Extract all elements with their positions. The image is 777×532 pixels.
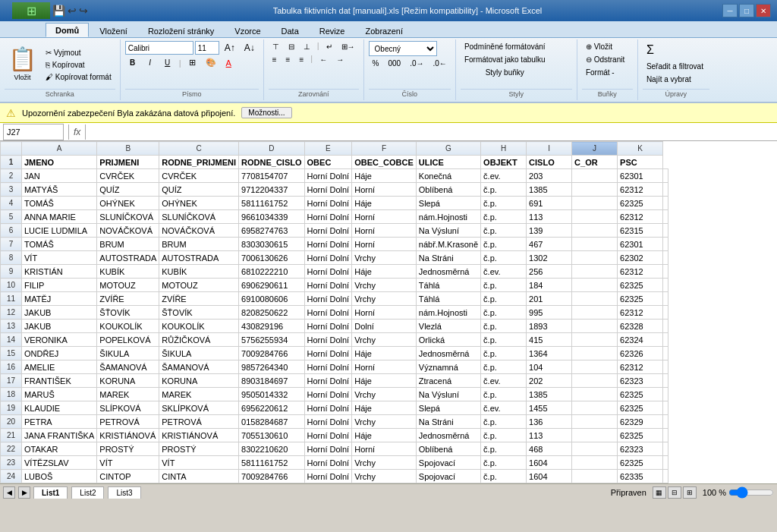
cell[interactable]: 5756255934: [239, 333, 304, 347]
cell[interactable]: KRISTIÁNOVÁ: [97, 429, 159, 442]
cell[interactable]: ONDŘEJ: [22, 347, 97, 360]
cell[interactable]: 1385: [527, 388, 572, 401]
cell[interactable]: MAREK: [97, 388, 159, 401]
cell[interactable]: [572, 197, 618, 210]
cell[interactable]: PETRA: [22, 415, 97, 429]
merge-btn[interactable]: ⊞→: [338, 41, 359, 52]
cell[interactable]: 256: [527, 265, 572, 279]
cell[interactable]: Horní Dolní: [304, 470, 352, 483]
cell[interactable]: 1455: [527, 401, 572, 415]
cell[interactable]: č.p.: [481, 333, 527, 347]
cell[interactable]: č.p.: [481, 347, 527, 360]
cell[interactable]: NOVÁČKOVÁ: [159, 224, 239, 238]
page-layout-btn[interactable]: ⊟: [668, 486, 681, 499]
cell[interactable]: [572, 374, 618, 388]
cell[interactable]: [663, 456, 668, 470]
cell[interactable]: 5811161752: [239, 456, 304, 470]
increase-decimal-btn[interactable]: .0→: [406, 58, 427, 69]
cell[interactable]: 1364: [527, 347, 572, 360]
border-button[interactable]: ⊞: [185, 56, 200, 69]
cell[interactable]: VÍT: [22, 251, 97, 265]
format-painter-button[interactable]: 🖌 Kopírovat formát: [42, 71, 115, 83]
cell[interactable]: [663, 360, 668, 374]
cell[interactable]: Vrchy: [352, 292, 417, 306]
cell[interactable]: [572, 415, 618, 429]
cell[interactable]: Spojovací: [416, 456, 480, 470]
cell[interactable]: [663, 265, 668, 279]
redo-quick-btn[interactable]: ↪: [79, 5, 88, 17]
sheet-tab-list3[interactable]: List3: [108, 486, 140, 499]
cell[interactable]: 7009284766: [239, 347, 304, 360]
cell[interactable]: AMELIE: [22, 360, 97, 374]
cell[interactable]: Horní Dolní: [304, 456, 352, 470]
cell[interactable]: Háje: [352, 429, 417, 442]
cell[interactable]: Horní Dolní: [304, 442, 352, 456]
cell[interactable]: 8302210620: [239, 442, 304, 456]
cell[interactable]: 62312: [618, 306, 663, 320]
cell[interactable]: BRUM: [159, 238, 239, 251]
font-name-input[interactable]: [125, 41, 193, 55]
cell[interactable]: [572, 224, 618, 238]
cell[interactable]: [572, 251, 618, 265]
align-top-btn[interactable]: ⊤: [269, 41, 283, 52]
cell[interactable]: Táhlá: [416, 279, 480, 292]
cell[interactable]: 7055130610: [239, 429, 304, 442]
cell[interactable]: MARUŠ: [22, 388, 97, 401]
cell[interactable]: 184: [527, 279, 572, 292]
cell[interactable]: RODNE_PRIJMENI: [159, 156, 239, 169]
cell-styles-btn[interactable]: Styly buňky: [482, 67, 528, 78]
close-button[interactable]: ✕: [756, 4, 771, 17]
cell[interactable]: č.p.: [481, 279, 527, 292]
cell[interactable]: [572, 292, 618, 306]
tab-vzorce[interactable]: Vzorce: [225, 24, 270, 37]
cell[interactable]: TOMÁŠ: [22, 238, 97, 251]
cell[interactable]: [663, 429, 668, 442]
cell[interactable]: [663, 279, 668, 292]
cell[interactable]: KOUKOLÍK: [97, 320, 159, 333]
cell[interactable]: Dolní: [352, 320, 417, 333]
bold-button[interactable]: B: [125, 57, 140, 68]
cell[interactable]: Na Výsluní: [416, 388, 480, 401]
cell[interactable]: Horní: [352, 360, 417, 374]
cell[interactable]: 62325: [618, 197, 663, 210]
cell[interactable]: Horní Dolní: [304, 429, 352, 442]
cell[interactable]: [572, 388, 618, 401]
cell[interactable]: Háje: [352, 197, 417, 210]
cell[interactable]: Horní Dolní: [304, 415, 352, 429]
cell[interactable]: [572, 279, 618, 292]
cell[interactable]: Horní Dolní: [304, 238, 352, 251]
cell[interactable]: [663, 347, 668, 360]
cell[interactable]: 467: [527, 238, 572, 251]
cell[interactable]: [572, 306, 618, 320]
save-quick-btn[interactable]: 💾: [52, 5, 65, 17]
cell[interactable]: ZVÍŘE: [159, 292, 239, 306]
cell[interactable]: Na Stráni: [416, 415, 480, 429]
align-right-btn[interactable]: ≡: [295, 54, 307, 65]
cell[interactable]: [663, 442, 668, 456]
sheet-tab-list1[interactable]: List1: [33, 486, 68, 499]
cell[interactable]: SKLÍPKOVÁ: [159, 401, 239, 415]
cell[interactable]: 104: [527, 360, 572, 374]
align-center-btn[interactable]: ≡: [282, 54, 294, 65]
col-header-b[interactable]: B: [97, 142, 159, 156]
cell[interactable]: MOTOUZ: [97, 279, 159, 292]
cell[interactable]: 62329: [618, 415, 663, 429]
decrease-decimal-btn[interactable]: .0←: [429, 58, 451, 69]
cell[interactable]: 62335: [618, 470, 663, 483]
cell[interactable]: JMENO: [22, 156, 97, 169]
cell[interactable]: 7009284766: [239, 470, 304, 483]
cell[interactable]: 468: [527, 442, 572, 456]
cell[interactable]: 6910080606: [239, 292, 304, 306]
cell[interactable]: Konečná: [416, 169, 480, 183]
cell[interactable]: Významná: [416, 360, 480, 374]
cell[interactable]: [572, 456, 618, 470]
cell[interactable]: Háje: [352, 169, 417, 183]
cell[interactable]: Vrchy: [352, 388, 417, 401]
cell[interactable]: 9505014332: [239, 388, 304, 401]
cell[interactable]: LUCIE LUDMILA: [22, 224, 97, 238]
cell[interactable]: Slepá: [416, 197, 480, 210]
cell[interactable]: Horní Dolní: [304, 251, 352, 265]
cell[interactable]: POPELKOVÁ: [97, 333, 159, 347]
cell[interactable]: KORUNA: [159, 374, 239, 388]
cell[interactable]: 6958274763: [239, 224, 304, 238]
